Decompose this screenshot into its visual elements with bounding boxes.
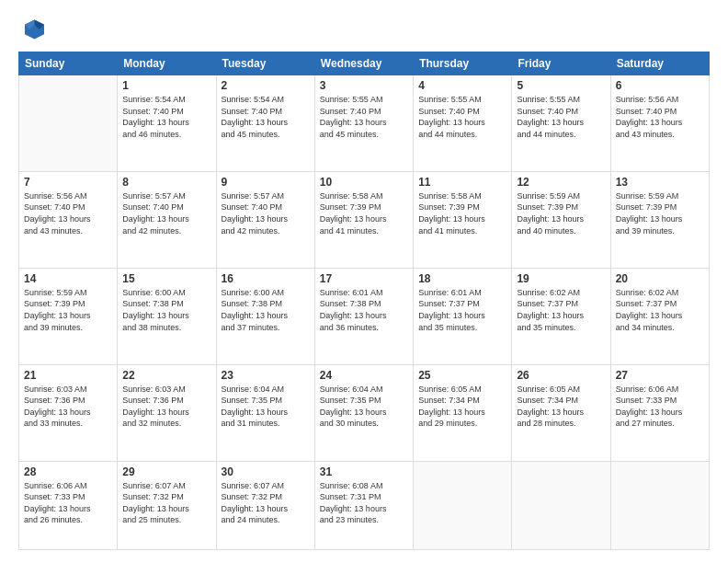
week-row-1: 1Sunrise: 5:54 AMSunset: 7:40 PMDaylight…: [19, 75, 710, 172]
day-number: 21: [24, 369, 112, 382]
calendar-cell: 16Sunrise: 6:00 AMSunset: 7:38 PMDayligh…: [216, 268, 314, 364]
cell-info: Sunrise: 6:06 AMSunset: 7:33 PMDaylight:…: [24, 480, 112, 526]
calendar-cell: 10Sunrise: 5:58 AMSunset: 7:39 PMDayligh…: [314, 171, 413, 268]
cell-info: Sunrise: 5:55 AMSunset: 7:40 PMDaylight:…: [418, 94, 506, 140]
week-row-3: 14Sunrise: 5:59 AMSunset: 7:39 PMDayligh…: [19, 268, 710, 364]
day-number: 9: [222, 176, 310, 189]
cell-info: Sunrise: 6:04 AMSunset: 7:35 PMDaylight:…: [320, 384, 408, 430]
cell-info: Sunrise: 6:06 AMSunset: 7:33 PMDaylight:…: [616, 384, 704, 430]
cell-info: Sunrise: 6:05 AMSunset: 7:34 PMDaylight:…: [517, 384, 605, 430]
day-number: 3: [320, 79, 408, 92]
day-number: 24: [320, 369, 408, 382]
cell-info: Sunrise: 6:05 AMSunset: 7:34 PMDaylight:…: [418, 384, 506, 430]
cell-info: Sunrise: 5:55 AMSunset: 7:40 PMDaylight:…: [517, 94, 605, 140]
calendar-cell: 15Sunrise: 6:00 AMSunset: 7:38 PMDayligh…: [118, 268, 216, 364]
calendar-cell: 24Sunrise: 6:04 AMSunset: 7:35 PMDayligh…: [314, 364, 413, 461]
cell-info: Sunrise: 5:59 AMSunset: 7:39 PMDaylight:…: [616, 190, 704, 236]
cell-info: Sunrise: 6:02 AMSunset: 7:37 PMDaylight:…: [517, 287, 605, 333]
day-number: 28: [24, 465, 112, 478]
day-number: 2: [222, 79, 310, 92]
weekday-header-tuesday: Tuesday: [216, 52, 314, 75]
calendar-cell: 13Sunrise: 5:59 AMSunset: 7:39 PMDayligh…: [610, 171, 709, 268]
day-number: 13: [616, 176, 704, 189]
calendar-cell: [19, 75, 118, 172]
calendar-cell: 14Sunrise: 5:59 AMSunset: 7:39 PMDayligh…: [19, 268, 118, 364]
header: [18, 17, 710, 42]
cell-info: Sunrise: 6:08 AMSunset: 7:31 PMDaylight:…: [320, 480, 408, 526]
calendar-cell: 9Sunrise: 5:57 AMSunset: 7:40 PMDaylight…: [216, 171, 314, 268]
calendar-cell: 31Sunrise: 6:08 AMSunset: 7:31 PMDayligh…: [314, 461, 413, 549]
day-number: 27: [616, 369, 704, 382]
cell-info: Sunrise: 6:07 AMSunset: 7:32 PMDaylight:…: [222, 480, 310, 526]
logo: [18, 17, 48, 42]
calendar-cell: 11Sunrise: 5:58 AMSunset: 7:39 PMDayligh…: [414, 171, 512, 268]
calendar-cell: 2Sunrise: 5:54 AMSunset: 7:40 PMDaylight…: [216, 75, 314, 172]
calendar-cell: 18Sunrise: 6:01 AMSunset: 7:37 PMDayligh…: [414, 268, 512, 364]
calendar-cell: 30Sunrise: 6:07 AMSunset: 7:32 PMDayligh…: [216, 461, 314, 549]
calendar-cell: 4Sunrise: 5:55 AMSunset: 7:40 PMDaylight…: [414, 75, 512, 172]
calendar-cell: 12Sunrise: 5:59 AMSunset: 7:39 PMDayligh…: [512, 171, 610, 268]
day-number: 31: [320, 465, 408, 478]
day-number: 8: [122, 176, 210, 189]
calendar-cell: [610, 461, 709, 549]
day-number: 14: [24, 272, 112, 285]
day-number: 26: [517, 369, 605, 382]
weekday-header-saturday: Saturday: [610, 52, 709, 75]
week-row-2: 7Sunrise: 5:56 AMSunset: 7:40 PMDaylight…: [19, 171, 710, 268]
calendar-cell: 7Sunrise: 5:56 AMSunset: 7:40 PMDaylight…: [19, 171, 118, 268]
weekday-header-row: SundayMondayTuesdayWednesdayThursdayFrid…: [19, 52, 710, 75]
cell-info: Sunrise: 5:54 AMSunset: 7:40 PMDaylight:…: [222, 94, 310, 140]
day-number: 19: [517, 272, 605, 285]
cell-info: Sunrise: 6:01 AMSunset: 7:38 PMDaylight:…: [320, 287, 408, 333]
day-number: 18: [418, 272, 506, 285]
day-number: 25: [418, 369, 506, 382]
cell-info: Sunrise: 6:02 AMSunset: 7:37 PMDaylight:…: [616, 287, 704, 333]
cell-info: Sunrise: 6:00 AMSunset: 7:38 PMDaylight:…: [122, 287, 210, 333]
day-number: 16: [222, 272, 310, 285]
calendar-cell: 23Sunrise: 6:04 AMSunset: 7:35 PMDayligh…: [216, 364, 314, 461]
calendar-cell: 17Sunrise: 6:01 AMSunset: 7:38 PMDayligh…: [314, 268, 413, 364]
cell-info: Sunrise: 6:04 AMSunset: 7:35 PMDaylight:…: [222, 384, 310, 430]
cell-info: Sunrise: 5:56 AMSunset: 7:40 PMDaylight:…: [616, 94, 704, 140]
calendar-cell: 1Sunrise: 5:54 AMSunset: 7:40 PMDaylight…: [118, 75, 216, 172]
cell-info: Sunrise: 5:56 AMSunset: 7:40 PMDaylight:…: [24, 190, 112, 236]
page: SundayMondayTuesdayWednesdayThursdayFrid…: [0, 0, 728, 563]
cell-info: Sunrise: 5:54 AMSunset: 7:40 PMDaylight:…: [122, 94, 210, 140]
weekday-header-friday: Friday: [512, 52, 610, 75]
week-row-4: 21Sunrise: 6:03 AMSunset: 7:36 PMDayligh…: [19, 364, 710, 461]
cell-info: Sunrise: 5:59 AMSunset: 7:39 PMDaylight:…: [517, 190, 605, 236]
day-number: 7: [24, 176, 112, 189]
day-number: 23: [222, 369, 310, 382]
cell-info: Sunrise: 6:07 AMSunset: 7:32 PMDaylight:…: [122, 480, 210, 526]
cell-info: Sunrise: 5:57 AMSunset: 7:40 PMDaylight:…: [122, 190, 210, 236]
day-number: 29: [122, 465, 210, 478]
cell-info: Sunrise: 5:55 AMSunset: 7:40 PMDaylight:…: [320, 94, 408, 140]
calendar-cell: 26Sunrise: 6:05 AMSunset: 7:34 PMDayligh…: [512, 364, 610, 461]
calendar-cell: 3Sunrise: 5:55 AMSunset: 7:40 PMDaylight…: [314, 75, 413, 172]
cell-info: Sunrise: 6:00 AMSunset: 7:38 PMDaylight:…: [222, 287, 310, 333]
weekday-header-thursday: Thursday: [414, 52, 512, 75]
calendar-cell: 27Sunrise: 6:06 AMSunset: 7:33 PMDayligh…: [610, 364, 709, 461]
day-number: 30: [222, 465, 310, 478]
calendar-cell: [414, 461, 512, 549]
calendar-cell: 8Sunrise: 5:57 AMSunset: 7:40 PMDaylight…: [118, 171, 216, 268]
calendar-cell: 20Sunrise: 6:02 AMSunset: 7:37 PMDayligh…: [610, 268, 709, 364]
weekday-header-wednesday: Wednesday: [314, 52, 413, 75]
calendar-table: SundayMondayTuesdayWednesdayThursdayFrid…: [18, 52, 710, 550]
calendar-cell: 28Sunrise: 6:06 AMSunset: 7:33 PMDayligh…: [19, 461, 118, 549]
day-number: 11: [418, 176, 506, 189]
cell-info: Sunrise: 6:03 AMSunset: 7:36 PMDaylight:…: [122, 384, 210, 430]
day-number: 20: [616, 272, 704, 285]
logo-icon: [18, 17, 44, 42]
calendar-cell: 22Sunrise: 6:03 AMSunset: 7:36 PMDayligh…: [118, 364, 216, 461]
cell-info: Sunrise: 5:58 AMSunset: 7:39 PMDaylight:…: [418, 190, 506, 236]
calendar-cell: 29Sunrise: 6:07 AMSunset: 7:32 PMDayligh…: [118, 461, 216, 549]
day-number: 4: [418, 79, 506, 92]
calendar-cell: 25Sunrise: 6:05 AMSunset: 7:34 PMDayligh…: [414, 364, 512, 461]
week-row-5: 28Sunrise: 6:06 AMSunset: 7:33 PMDayligh…: [19, 461, 710, 549]
calendar-cell: 19Sunrise: 6:02 AMSunset: 7:37 PMDayligh…: [512, 268, 610, 364]
day-number: 15: [122, 272, 210, 285]
cell-info: Sunrise: 5:57 AMSunset: 7:40 PMDaylight:…: [222, 190, 310, 236]
day-number: 5: [517, 79, 605, 92]
calendar-cell: 5Sunrise: 5:55 AMSunset: 7:40 PMDaylight…: [512, 75, 610, 172]
